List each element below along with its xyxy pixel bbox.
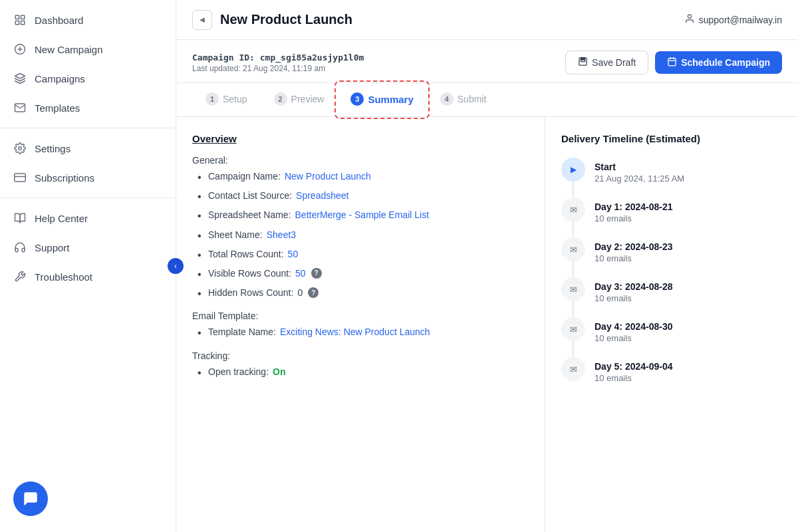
timeline-dot-day5: ✉: [561, 357, 585, 381]
sidebar-item-label: Templates: [35, 102, 80, 114]
sidebar-item-label: Help Center: [35, 213, 88, 224]
hidden-rows-label: Hidden Rows Count:: [208, 287, 293, 298]
timeline-content-day2: Day 2: 2024-08-23 10 emails: [595, 237, 673, 277]
tab-submit[interactable]: 4 Submit: [427, 83, 500, 116]
sheet-name-value[interactable]: Sheet3: [267, 229, 296, 240]
svg-rect-3: [21, 21, 25, 25]
timeline-connector-4: [573, 341, 574, 357]
timeline-line-day1: ✉: [561, 198, 585, 237]
campaign-name-value[interactable]: New Product Launch: [285, 171, 371, 182]
schedule-label: Schedule Campaign: [681, 57, 770, 68]
timeline-line-day2: ✉: [561, 237, 585, 277]
timeline-dot-day4: ✉: [561, 317, 585, 341]
timeline-content-day5: Day 5: 2024-09-04 10 emails: [595, 357, 673, 396]
timeline-day-5: Day 5: 2024-09-04: [595, 361, 673, 372]
sidebar-item-new-campaign[interactable]: New Campaign: [0, 35, 176, 64]
tab-num-preview: 2: [274, 92, 287, 106]
timeline-title: Delivery Timeline (Estimated): [561, 133, 782, 144]
timeline-sub-2: 10 emails: [595, 253, 673, 263]
tab-num-submit: 4: [440, 92, 454, 106]
campaign-name-label: Campaign Name:: [208, 171, 281, 182]
svg-marker-7: [15, 74, 25, 79]
tab-num-summary: 3: [350, 92, 364, 106]
sidebar-item-support[interactable]: Support: [0, 233, 176, 262]
save-draft-label: Save Draft: [592, 57, 636, 68]
save-draft-button[interactable]: Save Draft: [565, 51, 648, 74]
timeline-day-2: Day 2: 2024-08-23: [595, 241, 673, 252]
campaign-meta: Campaign ID: cmp_sgi85a2usjyp1l0m Last u…: [192, 53, 364, 73]
total-rows-label: Total Rows Count:: [208, 249, 284, 259]
total-rows-value: 50: [288, 249, 299, 259]
svg-rect-2: [15, 21, 19, 25]
sidebar-item-templates[interactable]: Templates: [0, 93, 176, 122]
hidden-rows-value: 0: [297, 287, 303, 298]
campaign-id: Campaign ID: cmp_sgi85a2usjyp1l0m: [192, 53, 364, 63]
visible-rows-value: 50: [295, 268, 306, 279]
sidebar-divider-2: [0, 198, 176, 198]
timeline-connector-3: [573, 301, 574, 317]
topbar: ◄ New Product Launch support@mailway.in: [176, 0, 798, 40]
user-icon: [684, 13, 695, 27]
sidebar-item-troubleshoot[interactable]: Troubleshoot: [0, 262, 176, 291]
list-item-contact-source: Contact List Source: Spreadsheet: [192, 190, 529, 203]
list-item-spreadsheet-name: Spreadsheet Name: BetterMerge - Sample E…: [192, 209, 529, 222]
timeline-day-start: Start: [595, 162, 684, 172]
campaign-id-value: cmp_sgi85a2usjyp1l0m: [260, 53, 364, 63]
svg-point-11: [688, 15, 691, 18]
timeline-list: ▶ Start 21 Aug 2024, 11:25 AM ✉: [561, 158, 782, 396]
template-name-value[interactable]: Exciting News: New Product Launch: [280, 327, 430, 337]
timeline-dot-day3: ✉: [561, 277, 585, 301]
sidebar-item-dashboard[interactable]: Dashboard: [0, 5, 176, 35]
sidebar-item-label: New Campaign: [35, 44, 103, 55]
main-content: ◄ New Product Launch support@mailway.in …: [176, 0, 798, 532]
hidden-rows-info-icon[interactable]: ?: [308, 287, 319, 298]
spreadsheet-name-value[interactable]: BetterMerge - Sample Email List: [295, 209, 430, 220]
list-item-open-tracking: Open tracking: On: [192, 366, 529, 379]
visible-rows-label: Visible Rows Count:: [208, 268, 291, 279]
spreadsheet-name-label: Spreadsheet Name:: [208, 209, 291, 220]
sidebar-item-help-center[interactable]: Help Center: [0, 203, 176, 233]
list-item-campaign-name: Campaign Name: New Product Launch: [192, 171, 529, 184]
timeline-connector-1: [573, 221, 574, 237]
sidebar-collapse-button[interactable]: ‹: [166, 257, 185, 275]
timeline-line-day4: ✉: [561, 317, 585, 357]
campaign-header: Campaign ID: cmp_sgi85a2usjyp1l0m Last u…: [176, 40, 798, 83]
overview-panel: Overview General: Campaign Name: New Pro…: [176, 117, 545, 532]
sidebar-item-settings[interactable]: Settings: [0, 134, 176, 163]
tab-setup[interactable]: 1 Setup: [192, 83, 261, 116]
tab-label-summary: Summary: [368, 94, 413, 105]
last-updated-value: 21 Aug 2024, 11:19 am: [243, 64, 325, 73]
timeline-dot-start: ▶: [561, 158, 585, 182]
list-item-sheet-name: Sheet Name: Sheet3: [192, 229, 529, 242]
timeline-sub-5: 10 emails: [595, 373, 673, 383]
sidebar-item-label: Subscriptions: [35, 172, 94, 184]
help-center-icon: [13, 211, 27, 225]
timeline-day-3: Day 3: 2024-08-28: [595, 281, 673, 292]
sidebar-nav: Dashboard New Campaign Campaigns Templat…: [0, 0, 176, 532]
sidebar-item-label: Troubleshoot: [35, 271, 92, 283]
save-icon: [578, 57, 588, 68]
contact-source-value[interactable]: Spreadsheet: [296, 190, 348, 201]
timeline-sub-3: 10 emails: [595, 293, 673, 303]
general-label: General:: [192, 155, 529, 166]
email-template-label: Email Template:: [192, 311, 529, 321]
timeline-content-day3: Day 3: 2024-08-28 10 emails: [595, 277, 673, 317]
sidebar-item-campaigns[interactable]: Campaigns: [0, 64, 176, 93]
tab-num-setup: 1: [205, 92, 219, 106]
timeline-content-day4: Day 4: 2024-08-30 10 emails: [595, 317, 673, 356]
tracking-label: Tracking:: [192, 350, 529, 361]
template-name-label: Template Name:: [208, 327, 276, 337]
chat-bubble[interactable]: [13, 481, 48, 516]
schedule-icon: [667, 57, 677, 68]
back-button[interactable]: ◄: [192, 10, 212, 30]
svg-rect-1: [21, 15, 25, 19]
visible-rows-info-icon[interactable]: ?: [311, 268, 322, 279]
tab-preview[interactable]: 2 Preview: [261, 83, 338, 116]
sidebar-item-subscriptions[interactable]: Subscriptions: [0, 163, 176, 192]
troubleshoot-icon: [13, 270, 27, 283]
campaign-id-label: Campaign ID:: [192, 53, 255, 63]
schedule-campaign-button[interactable]: Schedule Campaign: [655, 51, 782, 74]
timeline-line-day3: ✉: [561, 277, 585, 317]
svg-rect-9: [15, 174, 26, 182]
tab-summary[interactable]: 3 Summary: [337, 83, 426, 116]
